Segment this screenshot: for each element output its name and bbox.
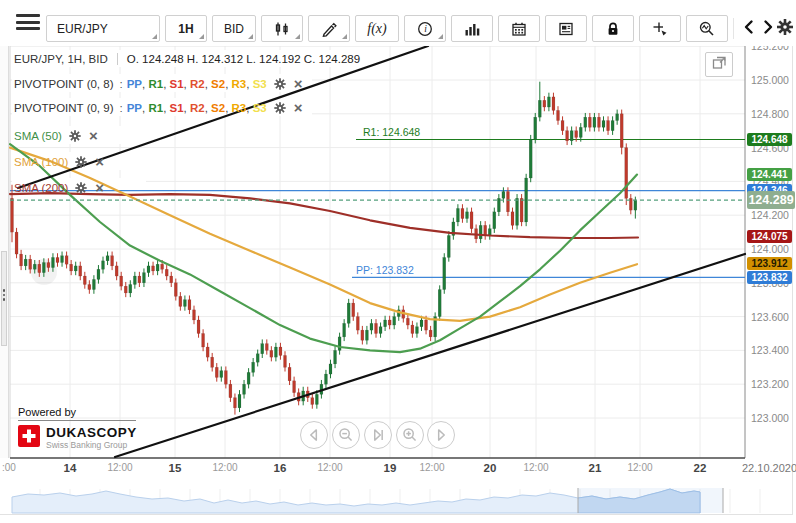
brand-subtitle: Swiss Banking Group — [46, 440, 137, 450]
ohlc-info-row: EUR/JPY, 1H, BID O. 124.248 H. 124.312 L… — [14, 53, 360, 65]
volume-bars-icon — [463, 20, 481, 38]
time-tick-label: 12:00 — [419, 462, 444, 473]
ohlc-values: O. 124.248 H. 124.312 L. 124.192 C. 124.… — [127, 53, 360, 65]
price-tick-label: 124.000 — [751, 243, 789, 255]
chart-zoom-in-button[interactable] — [396, 421, 424, 449]
chart-forward-button[interactable] — [427, 421, 455, 449]
indicator-label: PIVOTPOINT (0, 8) — [14, 78, 113, 90]
pivot-token: R2 — [190, 78, 205, 90]
indicator-remove-button[interactable]: × — [294, 79, 303, 89]
toolbar: EUR/JPY 1H BID f(x) i — [0, 0, 796, 46]
indicator-row-sma-200: SMA (200)× — [14, 181, 104, 195]
brand-name: DUKASCOPY — [46, 426, 137, 439]
indicator-label: PIVOTPOINT (0, 9) — [14, 102, 113, 114]
price-axis[interactable]: 125.200125.000124.800124.600124.400124.2… — [746, 42, 796, 462]
dukascopy-logo: Powered by DUKASCOPY Swiss Banking Group — [18, 406, 137, 451]
price-level-badge: 124.075 — [747, 230, 792, 243]
menu-icon[interactable] — [16, 14, 40, 32]
indicator-settings-button[interactable] — [74, 155, 88, 169]
time-tick-label: 16 — [274, 462, 287, 474]
time-tick-label: 12:00 — [212, 462, 237, 473]
info-button[interactable]: i — [404, 15, 446, 42]
pivot-token: S2 — [211, 102, 225, 114]
navigator-area — [12, 489, 700, 513]
time-tick-label: 19 — [384, 462, 397, 474]
legend-divider — [117, 53, 118, 65]
indicator-remove-button[interactable]: × — [95, 157, 104, 167]
calendar-button[interactable] — [498, 15, 540, 42]
indicator-settings-button[interactable] — [68, 129, 82, 143]
chart-zoom-out-button[interactable] — [332, 421, 360, 449]
swiss-flag-icon — [18, 425, 40, 451]
powered-by-label: Powered by — [18, 406, 136, 421]
price-tick-label: 123.600 — [751, 311, 789, 323]
settings-button[interactable] — [773, 15, 796, 42]
pencil-icon — [320, 20, 338, 38]
zoom-tool-button[interactable] — [686, 15, 728, 42]
indicator-settings-button[interactable] — [74, 181, 88, 195]
lock-icon — [604, 20, 622, 38]
indicator-remove-button[interactable]: × — [294, 103, 303, 113]
left-resize-rail[interactable] — [0, 46, 9, 458]
chart-type-button[interactable] — [261, 15, 303, 42]
detach-chart-button[interactable] — [705, 52, 733, 77]
price-tick-label: 125.000 — [751, 74, 789, 86]
time-axis[interactable]: :001412:001512:001612:001912:002012:0021… — [0, 460, 796, 480]
time-tick-label: 12:00 — [317, 462, 342, 473]
price-tick-label: 123.200 — [751, 378, 789, 390]
timeframe-label: 1H — [178, 22, 193, 36]
time-tick-label: :00 — [2, 462, 16, 473]
navigator-selection[interactable] — [578, 488, 723, 513]
instrument-selector[interactable]: EUR/JPY — [46, 15, 160, 42]
price-tick-label: 124.800 — [751, 108, 789, 120]
pivot-token: R3 — [232, 78, 247, 90]
toolbar-separator — [733, 18, 734, 39]
pivot-token: R1 — [148, 102, 163, 114]
chevron-left-icon — [741, 18, 757, 40]
detach-window-icon — [712, 56, 727, 74]
pair-info: EUR/JPY, 1H, BID — [14, 53, 108, 65]
pivot-token: R3 — [232, 102, 247, 114]
indicator-remove-button[interactable]: × — [95, 183, 104, 193]
crosshair-icon — [651, 20, 669, 38]
indicator-settings-button[interactable] — [273, 77, 287, 91]
price-level-badge: 123.832 — [747, 271, 792, 284]
pivot-token: R1 — [148, 78, 163, 90]
pivot-token: S3 — [253, 78, 267, 90]
indicator-row-pivotpoint-0-8: PIVOTPOINT (0, 8):PP, R1, S1, R2, S2, R3… — [14, 77, 302, 91]
price-tick-label: 123.000 — [751, 412, 789, 424]
pivot-token: S1 — [170, 78, 184, 90]
pivot-token: S3 — [253, 102, 267, 114]
indicator-settings-button[interactable] — [273, 101, 287, 115]
draw-tools-button[interactable] — [308, 15, 350, 42]
svg-text:i: i — [424, 24, 427, 34]
current-price-badge: 124.289 — [747, 191, 795, 209]
axis-date-label: 22.10.2020 — [742, 462, 796, 474]
indicator-row-pivotpoint-0-9: PIVOTPOINT (0, 9):PP, R1, S1, R2, S2, R3… — [14, 101, 302, 115]
time-tick-label: 12:00 — [523, 462, 548, 473]
news-icon — [557, 20, 575, 38]
indicator-label: SMA (100) — [14, 156, 68, 168]
chart-go-to-latest-button[interactable] — [364, 421, 392, 449]
volume-button[interactable] — [451, 15, 493, 42]
time-tick-label: 14 — [64, 462, 77, 474]
indicators-button[interactable]: f(x) — [355, 15, 399, 42]
price-tick-label: 124.200 — [751, 209, 789, 221]
calendar-icon — [510, 20, 528, 38]
pivot-token: S1 — [170, 102, 184, 114]
crosshair-button[interactable] — [639, 15, 681, 42]
indicator-row-sma-100: SMA (100)× — [14, 155, 104, 169]
navigator-bottom-border — [0, 514, 793, 515]
function-icon: f(x) — [367, 21, 386, 37]
news-button[interactable] — [545, 15, 587, 42]
lock-button[interactable] — [592, 15, 634, 42]
chart-back-button[interactable] — [300, 421, 328, 449]
indicator-remove-button[interactable]: × — [89, 131, 98, 141]
time-tick-label: 12:00 — [107, 462, 132, 473]
price-side-label: BID — [224, 22, 244, 36]
pivot-token: S2 — [211, 78, 225, 90]
price-level-badge: 123.912 — [747, 257, 792, 270]
price-side-selector[interactable]: BID — [212, 15, 256, 42]
indicator-label: SMA (200) — [14, 182, 68, 194]
timeframe-selector[interactable]: 1H — [165, 15, 207, 42]
